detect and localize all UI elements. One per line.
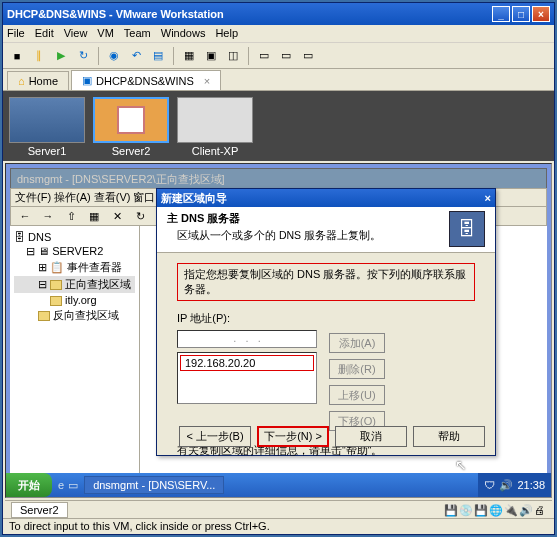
snapshot-icon[interactable]: ◉ bbox=[104, 46, 124, 66]
tray-icon[interactable]: 🛡 bbox=[484, 479, 495, 491]
back-button[interactable]: < 上一步(B) bbox=[179, 426, 251, 447]
up-button[interactable]: 上移(U) bbox=[329, 385, 385, 405]
system-tray[interactable]: 🛡 🔊 21:38 bbox=[478, 473, 551, 497]
ip-input[interactable]: . . . bbox=[177, 330, 317, 348]
dnsmgmt-title: dnsmgmt - [DNS\SERVER2\正向查找区域] bbox=[17, 172, 225, 187]
tab-active[interactable]: ▣DHCP&DNS&WINS× bbox=[71, 70, 221, 90]
props-icon[interactable]: ▦ bbox=[84, 206, 104, 226]
tree-server[interactable]: ⊟ 🖥 SERVER2 bbox=[14, 244, 135, 259]
vmware-statusbar: To direct input to this VM, click inside… bbox=[3, 518, 554, 534]
ip-list-item[interactable]: 192.168.20.20 bbox=[180, 355, 314, 371]
thumb-server2[interactable]: Server2 bbox=[93, 97, 169, 155]
device-sound-icon[interactable]: 🔊 bbox=[519, 504, 531, 516]
snapshot-mgr-icon[interactable]: ▤ bbox=[148, 46, 168, 66]
unity-icon[interactable]: ◫ bbox=[223, 46, 243, 66]
vmware-footer-tabs: Server2 💾 💿 💾 🌐 🔌 🔊 🖨 bbox=[5, 500, 552, 518]
device-cd-icon[interactable]: 💿 bbox=[459, 504, 471, 516]
up-icon[interactable]: ⇧ bbox=[61, 206, 81, 226]
fullscreen-icon[interactable]: ▣ bbox=[201, 46, 221, 66]
tab-home-label: Home bbox=[29, 75, 58, 87]
tab-close-icon[interactable]: × bbox=[204, 75, 210, 87]
suspend-icon[interactable]: ∥ bbox=[29, 46, 49, 66]
next-button[interactable]: 下一步(N) > bbox=[257, 426, 329, 447]
device-hdd-icon[interactable]: 💾 bbox=[444, 504, 456, 516]
summary-icon[interactable]: ▭ bbox=[254, 46, 274, 66]
reset-icon[interactable]: ↻ bbox=[73, 46, 93, 66]
appliance-icon[interactable]: ▭ bbox=[276, 46, 296, 66]
wizard-titlebar[interactable]: 新建区域向导 × bbox=[157, 189, 495, 207]
tree-reverse[interactable]: 反向查找区域 bbox=[14, 307, 135, 324]
dnsmgmt-titlebar[interactable]: dnsmgmt - [DNS\SERVER2\正向查找区域] bbox=[11, 169, 546, 189]
ql-desktop-icon[interactable]: ▭ bbox=[68, 479, 78, 492]
menu-file[interactable]: File bbox=[7, 27, 25, 40]
device-printer-icon[interactable]: 🖨 bbox=[534, 504, 546, 516]
menu-windows[interactable]: Windows bbox=[161, 27, 206, 40]
wizard-instruction: 指定您想要复制区域的 DNS 服务器。按下列的顺序联系服务器。 bbox=[177, 263, 475, 301]
add-button[interactable]: 添加(A) bbox=[329, 333, 385, 353]
wizard-hdr-title: 主 DNS 服务器 bbox=[167, 211, 449, 226]
tree-zone[interactable]: itly.org bbox=[14, 293, 135, 307]
server-icon: 🗄 bbox=[449, 211, 485, 247]
ql-ie-icon[interactable]: e bbox=[58, 479, 64, 491]
start-button[interactable]: 开始 bbox=[6, 473, 52, 497]
menu-team[interactable]: Team bbox=[124, 27, 151, 40]
vmware-menubar: File Edit View VM Team Windows Help bbox=[3, 25, 554, 43]
xp-taskbar: 开始 e ▭ dnsmgmt - [DNS\SERV... 🛡 🔊 21:38 bbox=[6, 473, 551, 497]
wizard-close-icon[interactable]: × bbox=[485, 192, 491, 204]
dns-tree[interactable]: 🗄 DNS ⊟ 🖥 SERVER2 ⊞ 📋 事件查看器 ⊟ 正向查找区域 itl… bbox=[10, 226, 140, 473]
dns-menu-action[interactable]: 操作(A) bbox=[54, 190, 91, 205]
help-button[interactable]: 帮助 bbox=[413, 426, 485, 447]
tree-forward[interactable]: ⊟ 正向查找区域 bbox=[14, 276, 135, 293]
cancel-button[interactable]: 取消 bbox=[335, 426, 407, 447]
view-icon[interactable]: ▦ bbox=[179, 46, 199, 66]
back-icon[interactable]: ← bbox=[15, 206, 35, 226]
thumb-clientxp[interactable]: Client-XP bbox=[177, 97, 253, 155]
vmware-window: DHCP&DNS&WINS - VMware Workstation _ □ ×… bbox=[2, 2, 555, 535]
power-on-icon[interactable]: ▶ bbox=[51, 46, 71, 66]
thumb-server1[interactable]: Server1 bbox=[9, 97, 85, 155]
guest-screen[interactable]: dnsmgmt - [DNS\SERVER2\正向查找区域] 文件(F) 操作(… bbox=[5, 163, 552, 498]
maximize-button[interactable]: □ bbox=[512, 6, 530, 22]
vmware-toolbar: ■ ∥ ▶ ↻ ◉ ↶ ▤ ▦ ▣ ◫ ▭ ▭ ▭ bbox=[3, 43, 554, 69]
menu-vm[interactable]: VM bbox=[97, 27, 114, 40]
delete-button[interactable]: 删除(R) bbox=[329, 359, 385, 379]
delete-icon[interactable]: ✕ bbox=[107, 206, 127, 226]
tree-events[interactable]: ⊞ 📋 事件查看器 bbox=[14, 259, 135, 276]
close-button[interactable]: × bbox=[532, 6, 550, 22]
device-net-icon[interactable]: 🌐 bbox=[489, 504, 501, 516]
refresh-icon[interactable]: ↻ bbox=[130, 206, 150, 226]
fwd-icon[interactable]: → bbox=[38, 206, 58, 226]
ip-listbox[interactable]: 192.168.20.20 bbox=[177, 352, 317, 404]
vmware-title: DHCP&DNS&WINS - VMware Workstation bbox=[7, 8, 224, 20]
tray-icon2[interactable]: 🔊 bbox=[499, 479, 513, 492]
dns-menu-view[interactable]: 查看(V) bbox=[94, 190, 131, 205]
menu-view[interactable]: View bbox=[64, 27, 88, 40]
tree-root[interactable]: 🗄 DNS bbox=[14, 230, 135, 244]
revert-icon[interactable]: ↶ bbox=[126, 46, 146, 66]
device-floppy-icon[interactable]: 💾 bbox=[474, 504, 486, 516]
menu-edit[interactable]: Edit bbox=[35, 27, 54, 40]
thumbnail-bar: Server1 Server2 Client-XP bbox=[3, 91, 554, 161]
tray-clock: 21:38 bbox=[517, 479, 545, 491]
device-usb-icon[interactable]: 🔌 bbox=[504, 504, 516, 516]
console-icon[interactable]: ▭ bbox=[298, 46, 318, 66]
ip-label: IP 地址(P): bbox=[177, 311, 475, 326]
vmware-titlebar[interactable]: DHCP&DNS&WINS - VMware Workstation _ □ × bbox=[3, 3, 554, 25]
wizard-title: 新建区域向导 bbox=[161, 191, 227, 206]
wizard-header: 主 DNS 服务器 区域从一个或多个的 DNS 服务器上复制。 🗄 bbox=[157, 207, 495, 253]
footer-tab[interactable]: Server2 bbox=[11, 502, 68, 518]
minimize-button[interactable]: _ bbox=[492, 6, 510, 22]
taskbar-task[interactable]: dnsmgmt - [DNS\SERV... bbox=[84, 476, 224, 494]
vmware-tabbar: ⌂Home ▣DHCP&DNS&WINS× bbox=[3, 69, 554, 91]
wizard-hdr-sub: 区域从一个或多个的 DNS 服务器上复制。 bbox=[167, 229, 449, 243]
power-off-icon[interactable]: ■ bbox=[7, 46, 27, 66]
tab-home[interactable]: ⌂Home bbox=[7, 71, 69, 90]
dns-menu-file[interactable]: 文件(F) bbox=[15, 190, 51, 205]
status-text: To direct input to this VM, click inside… bbox=[9, 520, 270, 532]
new-zone-wizard: 新建区域向导 × 主 DNS 服务器 区域从一个或多个的 DNS 服务器上复制。… bbox=[156, 188, 496, 456]
wizard-footer: < 上一步(B) 下一步(N) > 取消 帮助 bbox=[157, 426, 485, 447]
menu-help[interactable]: Help bbox=[215, 27, 238, 40]
tab-active-label: DHCP&DNS&WINS bbox=[96, 75, 194, 87]
